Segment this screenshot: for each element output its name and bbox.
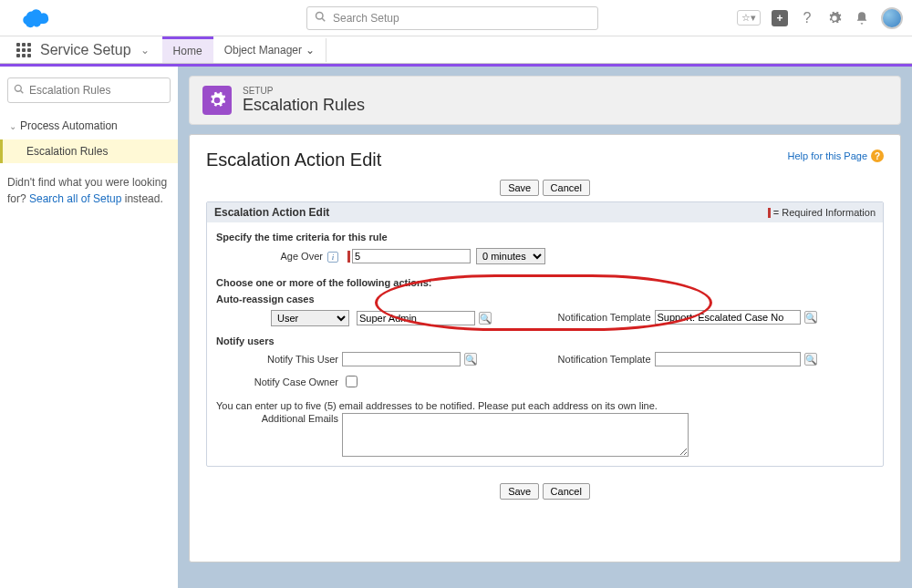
help-for-page-link[interactable]: Help for this Page ?: [788, 150, 884, 162]
page-header: SETUP Escalation Rules: [189, 76, 901, 125]
page-eyebrow: SETUP: [243, 86, 365, 96]
save-button[interactable]: Save: [500, 483, 539, 500]
gear-icon: [202, 86, 232, 115]
search-all-setup-link[interactable]: Search all of Setup: [29, 192, 121, 205]
setup-sidebar: Escalation Rules ⌄ Process Automation Es…: [0, 67, 178, 588]
notif-template-input[interactable]: [655, 310, 801, 325]
page-title: Escalation Rules: [243, 96, 365, 115]
cancel-button[interactable]: Cancel: [543, 180, 590, 196]
global-search-placeholder: Search Setup: [333, 12, 399, 25]
sidebar-section-process-automation[interactable]: ⌄ Process Automation: [7, 116, 171, 136]
additional-emails-textarea[interactable]: [342, 413, 689, 457]
reassign-type-select[interactable]: User: [271, 310, 349, 326]
search-icon: [14, 84, 24, 97]
notif-template-label-2: Notification Template: [545, 354, 655, 365]
cancel-button[interactable]: Cancel: [543, 483, 590, 500]
notify-case-owner-label: Notify Case Owner: [216, 377, 342, 387]
notify-this-user-label: Notify This User: [216, 354, 342, 365]
edit-section: Escalation Action Edit = Required Inform…: [206, 201, 884, 467]
app-nav: Service Setup ⌄ Home Object Manager ⌄: [0, 36, 912, 64]
salesforce-logo[interactable]: [18, 7, 51, 29]
help-icon: ?: [871, 150, 884, 162]
search-icon: [315, 11, 326, 25]
age-over-input[interactable]: [352, 249, 471, 263]
help-icon[interactable]: ?: [799, 10, 815, 26]
time-criteria-label: Specify the time criteria for this rule: [216, 232, 874, 242]
setup-gear-icon[interactable]: [826, 10, 843, 26]
minutes-select[interactable]: 0 minutes: [476, 248, 545, 264]
additional-emails-label: Additional Emails: [216, 413, 342, 424]
lookup-icon[interactable]: 🔍: [479, 312, 492, 325]
app-name: Service Setup: [40, 42, 131, 58]
app-launcher-icon[interactable]: [16, 43, 31, 57]
notify-user-input[interactable]: [342, 352, 461, 366]
svg-point-0: [316, 13, 324, 20]
lookup-icon[interactable]: 🔍: [804, 353, 817, 366]
header-actions: ☆▾ + ?: [737, 7, 903, 29]
svg-line-1: [322, 18, 325, 21]
app-menu-caret[interactable]: ⌄: [140, 44, 150, 57]
notify-users-label: Notify users: [216, 335, 874, 346]
auto-reassign-label: Auto-reassign cases: [216, 294, 874, 304]
age-over-label: Age Over i: [216, 251, 342, 263]
sidebar-help-text: Didn't find what you were looking for? S…: [7, 174, 171, 207]
notifications-icon[interactable]: [854, 10, 870, 26]
main-area: SETUP Escalation Rules Escalation Action…: [178, 67, 912, 588]
section-header: Escalation Action Edit = Required Inform…: [207, 202, 883, 222]
global-search[interactable]: Search Setup: [306, 6, 598, 30]
age-over-row: Age Over i 0 minutes: [216, 248, 874, 264]
bottom-button-row: Save Cancel: [206, 483, 884, 500]
favorites-button[interactable]: ☆▾: [737, 10, 761, 26]
sidebar-search[interactable]: Escalation Rules: [7, 77, 171, 103]
required-indicator: = Required Information: [768, 207, 876, 219]
global-header: Search Setup ☆▾ + ?: [0, 0, 912, 36]
panel-title: Escalation Action Edit: [206, 150, 381, 170]
notif-template-label: Notification Template: [545, 312, 655, 323]
lookup-icon[interactable]: 🔍: [464, 353, 477, 366]
sidebar-search-text: Escalation Rules: [29, 84, 110, 97]
choose-actions-label: Choose one or more of the following acti…: [216, 277, 874, 288]
info-icon[interactable]: i: [327, 252, 338, 263]
notif-template-input-2[interactable]: [655, 352, 801, 366]
chevron-down-icon: ⌄: [306, 44, 315, 57]
top-button-row: Save Cancel: [206, 180, 884, 196]
chevron-down-icon: ⌄: [9, 121, 16, 131]
tab-object-manager[interactable]: Object Manager ⌄: [213, 38, 326, 62]
svg-point-2: [15, 85, 21, 91]
emails-note: You can enter up to five (5) email addre…: [216, 400, 874, 411]
save-button[interactable]: Save: [500, 180, 539, 196]
svg-line-3: [21, 91, 24, 94]
notify-case-owner-checkbox[interactable]: [346, 376, 358, 387]
tab-home[interactable]: Home: [162, 36, 213, 63]
lookup-icon[interactable]: 🔍: [804, 311, 817, 324]
user-avatar[interactable]: [881, 7, 903, 29]
reassign-user-input[interactable]: [357, 311, 475, 325]
create-button[interactable]: +: [772, 10, 788, 26]
sidebar-item-escalation-rules[interactable]: Escalation Rules: [0, 139, 178, 163]
required-mark: [347, 251, 350, 263]
content-panel: Escalation Action Edit Help for this Pag…: [189, 134, 901, 562]
